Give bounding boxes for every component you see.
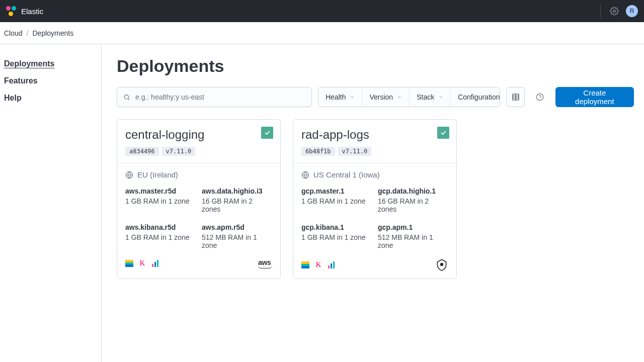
spec-detail: 1 GB RAM in 1 zone <box>301 233 372 241</box>
product-icons: K <box>125 259 159 267</box>
svg-point-6 <box>441 263 443 266</box>
elasticsearch-icon[interactable] <box>301 261 309 269</box>
filter-health[interactable]: Health <box>318 87 362 107</box>
kibana-icon[interactable]: K <box>314 261 323 269</box>
globe-icon <box>125 171 133 179</box>
spec-detail: 512 MB RAM in 1 zone <box>202 233 272 249</box>
breadcrumb: Cloud / Deployments <box>0 22 644 44</box>
spec-detail: 1 GB RAM in 1 zone <box>125 197 196 205</box>
main-content: Deployments Health Version Stack <box>102 44 644 362</box>
deployment-version-badge: v7.11.0 <box>162 147 196 156</box>
breadcrumb-separator: / <box>27 29 29 37</box>
spec-detail: 512 MB RAM in 1 zone <box>378 233 448 249</box>
filter-version[interactable]: Version <box>362 87 410 107</box>
spec-name: gcp.apm.1 <box>378 223 448 231</box>
spec-item: aws.kibana.r5d 1 GB RAM in 1 zone <box>125 223 196 249</box>
divider <box>600 4 601 18</box>
controls-row: Health Version Stack Configuration <box>117 87 634 107</box>
filter-stack[interactable]: Stack <box>410 87 451 107</box>
spec-item: gcp.apm.1 512 MB RAM in 1 zone <box>378 223 448 249</box>
gcp-provider-icon <box>435 258 448 272</box>
spec-detail: 1 GB RAM in 1 zone <box>301 197 372 205</box>
spec-item: aws.master.r5d 1 GB RAM in 1 zone <box>125 187 196 213</box>
spec-detail: 1 GB RAM in 1 zone <box>125 233 196 241</box>
filter-configuration[interactable]: Configuration <box>451 87 500 107</box>
search-input[interactable] <box>135 93 305 101</box>
deployment-region: US Central 1 (Iowa) <box>301 170 448 179</box>
spec-name: gcp.kibana.1 <box>301 223 372 231</box>
spec-item: aws.apm.r5d 512 MB RAM in 1 zone <box>202 223 272 249</box>
elastic-logo-icon <box>6 6 16 16</box>
spec-item: aws.data.highio.i3 16 GB RAM in 2 zones <box>202 187 272 213</box>
deployment-id-badge: 6b48f1b <box>301 147 335 156</box>
settings-gear-icon[interactable] <box>610 7 619 16</box>
chevron-down-icon <box>350 95 355 100</box>
table-view-button[interactable] <box>506 87 525 107</box>
search-icon <box>123 94 130 101</box>
aws-provider-icon: aws <box>258 258 272 268</box>
create-deployment-button[interactable]: Create deployment <box>555 87 634 107</box>
breadcrumb-root[interactable]: Cloud <box>4 29 23 37</box>
deployment-card[interactable]: central-logging a834496 v7.11.0 EU (Irel… <box>117 119 281 279</box>
status-healthy-icon <box>437 127 449 139</box>
svg-point-0 <box>613 10 616 13</box>
avatar-initial: R <box>630 8 634 15</box>
sidebar-item-deployments[interactable]: Deployments <box>4 55 97 72</box>
svg-point-3 <box>537 94 543 100</box>
spec-name: aws.data.highio.i3 <box>202 187 272 195</box>
search-box[interactable] <box>117 87 312 107</box>
breadcrumb-current: Deployments <box>32 29 73 37</box>
spec-name: aws.master.r5d <box>125 187 196 195</box>
deployment-region: EU (Ireland) <box>125 170 272 179</box>
spec-name: gcp.data.highio.1 <box>378 187 448 195</box>
filter-group: Health Version Stack Configuration <box>318 87 500 107</box>
chevron-down-icon <box>438 95 443 100</box>
brand-name: Elastic <box>21 7 43 16</box>
sidebar: Deployments Features Help <box>0 44 102 362</box>
deployment-name: central-logging <box>125 128 272 142</box>
spec-detail: 16 GB RAM in 2 zones <box>378 197 448 213</box>
deployment-cards: central-logging a834496 v7.11.0 EU (Irel… <box>117 119 634 279</box>
spec-name: aws.kibana.r5d <box>125 223 196 231</box>
observability-icon[interactable] <box>328 261 336 269</box>
status-healthy-icon <box>261 127 273 139</box>
help-button[interactable] <box>531 87 549 107</box>
user-avatar[interactable]: R <box>626 5 638 17</box>
deployment-id-badge: a834496 <box>125 147 159 156</box>
sidebar-item-help[interactable]: Help <box>4 89 97 107</box>
spec-name: gcp.master.1 <box>301 187 372 195</box>
page-title: Deployments <box>117 56 634 76</box>
deployment-name: rad-app-logs <box>301 128 448 142</box>
chevron-down-icon <box>397 95 402 100</box>
deployment-version-badge: v7.11.0 <box>338 147 372 156</box>
deployment-card[interactable]: rad-app-logs 6b48f1b v7.11.0 US Central … <box>293 119 457 279</box>
elasticsearch-icon[interactable] <box>125 259 133 267</box>
spec-item: gcp.kibana.1 1 GB RAM in 1 zone <box>301 223 372 249</box>
spec-name: aws.apm.r5d <box>202 223 272 231</box>
svg-point-1 <box>124 95 128 99</box>
top-bar: Elastic R <box>0 0 644 22</box>
table-icon <box>512 93 520 101</box>
globe-icon <box>301 171 309 179</box>
kibana-icon[interactable]: K <box>138 259 146 267</box>
spec-detail: 16 GB RAM in 2 zones <box>202 197 272 213</box>
sidebar-item-features[interactable]: Features <box>4 72 97 89</box>
product-icons: K <box>301 261 336 269</box>
help-circle-icon <box>536 93 544 101</box>
spec-item: gcp.master.1 1 GB RAM in 1 zone <box>301 187 372 213</box>
observability-icon[interactable] <box>151 259 159 267</box>
spec-item: gcp.data.highio.1 16 GB RAM in 2 zones <box>378 187 448 213</box>
